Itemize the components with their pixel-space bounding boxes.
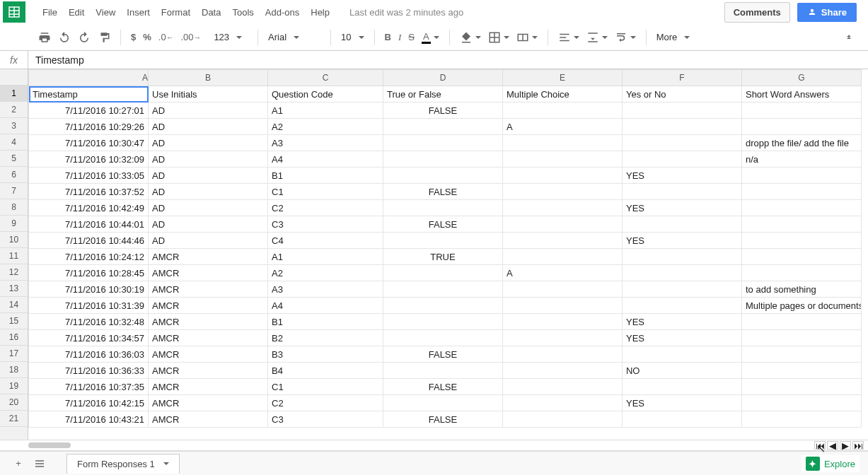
v-align-icon[interactable] [586,31,608,44]
cell[interactable]: AD [149,216,268,233]
cell[interactable] [383,330,502,346]
decimal-decrease-icon[interactable]: .0← [158,32,174,42]
cell[interactable]: 7/11/2016 10:27:01 [29,102,149,119]
row-header[interactable]: 13 [0,281,28,297]
cell[interactable]: Multiple pages or documents [741,298,861,314]
cell[interactable] [383,314,502,330]
cell[interactable] [741,216,861,233]
row-header[interactable]: 14 [0,297,28,313]
formula-value[interactable]: Timestamp [28,54,84,66]
cell[interactable]: 7/11/2016 10:43:21 [29,411,149,428]
cell[interactable] [383,168,502,184]
row-header[interactable]: 6 [0,167,28,183]
cell[interactable]: 7/11/2016 10:28:45 [29,265,149,281]
font-size-select[interactable]: 10 [335,30,369,45]
cell[interactable] [741,249,861,265]
cell[interactable] [383,151,502,168]
col-header[interactable]: E [502,70,622,86]
cell[interactable] [502,168,622,184]
cell[interactable] [741,168,861,184]
redo-icon[interactable] [78,31,91,44]
cell[interactable]: AMCR [149,298,268,314]
menu-file[interactable]: File [42,7,57,18]
merge-cells-icon[interactable] [516,31,538,44]
cell[interactable]: AD [149,135,268,151]
row-header[interactable]: 18 [0,362,28,378]
cell[interactable] [622,346,741,363]
row-header[interactable]: 4 [0,134,28,151]
col-header[interactable]: F [622,70,741,86]
cell[interactable] [741,102,861,119]
cell[interactable] [383,395,502,411]
borders-icon[interactable] [488,31,509,44]
cell[interactable]: AMCR [149,281,268,298]
row-header[interactable]: 3 [0,118,28,134]
cell[interactable]: B2 [268,330,383,346]
cell[interactable]: n/a [741,151,861,168]
cell[interactable]: 7/11/2016 10:36:33 [29,363,149,379]
cell[interactable] [741,346,861,363]
explore-button[interactable]: ✦ Explore [802,455,860,472]
cell[interactable]: 7/11/2016 10:37:52 [29,184,149,200]
cell[interactable]: Timestamp [29,86,149,102]
cell[interactable] [622,265,741,281]
cell[interactable] [502,151,622,168]
cell[interactable]: C2 [268,200,383,216]
col-header[interactable]: A [29,70,149,86]
cell[interactable]: B3 [268,346,383,363]
cell[interactable] [383,135,502,151]
comments-button[interactable]: Comments [724,2,790,23]
cell[interactable]: C4 [268,233,383,249]
fill-color-icon[interactable] [460,31,481,44]
share-button[interactable]: Share [797,3,857,22]
cell[interactable] [622,119,741,135]
menu-insert[interactable]: Insert [127,7,150,18]
cell[interactable]: C1 [268,379,383,395]
cell[interactable]: 7/11/2016 10:33:05 [29,168,149,184]
scroll-next-icon[interactable]: ▶ [840,441,851,450]
row-header[interactable]: 19 [0,378,28,394]
row-header[interactable]: 9 [0,216,28,232]
cell[interactable]: AD [149,102,268,119]
cell[interactable] [502,233,622,249]
cell[interactable]: TRUE [383,249,502,265]
row-header[interactable]: 21 [0,411,28,427]
row-header[interactable]: 16 [0,329,28,346]
font-select[interactable]: Arial [262,30,326,45]
scrollbar-thumb[interactable] [28,442,71,448]
cell[interactable] [741,363,861,379]
cell[interactable]: C1 [268,184,383,200]
menu-help[interactable]: Help [311,7,330,18]
cell[interactable] [502,346,622,363]
cell[interactable]: YES [622,168,741,184]
horizontal-scrollbar[interactable]: ⏮ ◀ ▶ ⏭ [0,440,868,451]
cell[interactable] [741,314,861,330]
cell[interactable]: A [502,265,622,281]
cell[interactable] [502,216,622,233]
cell[interactable]: AD [149,200,268,216]
app-logo[interactable] [3,1,25,23]
cell[interactable]: NO [622,363,741,379]
cell[interactable] [383,281,502,298]
cell[interactable]: to add something [741,281,861,298]
cell[interactable]: AMCR [149,265,268,281]
cell[interactable] [622,184,741,200]
cell[interactable]: AD [149,151,268,168]
print-icon[interactable] [38,31,51,44]
cell[interactable] [741,233,861,249]
cell[interactable] [502,102,622,119]
cell[interactable]: 7/11/2016 10:24:12 [29,249,149,265]
cell[interactable]: AMCR [149,411,268,428]
cell[interactable]: Use Initials [149,86,268,102]
row-header[interactable]: 8 [0,199,28,216]
row-header[interactable]: 5 [0,151,28,167]
cell[interactable] [383,363,502,379]
cell[interactable]: A [502,119,622,135]
cell[interactable] [502,330,622,346]
cell[interactable]: AD [149,233,268,249]
row-header[interactable]: 10 [0,232,28,248]
cell[interactable] [502,363,622,379]
paint-format-icon[interactable] [98,31,110,44]
cell[interactable] [502,395,622,411]
cell[interactable] [502,184,622,200]
